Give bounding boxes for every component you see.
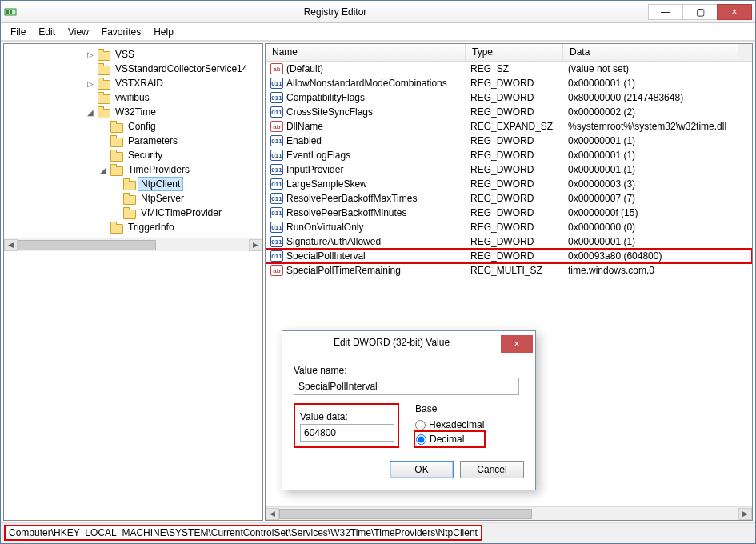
tree-label: vwifibus bbox=[113, 91, 152, 104]
folder-icon bbox=[97, 92, 110, 103]
folder-icon bbox=[110, 222, 122, 233]
list-row[interactable]: 011ResolvePeerBackoffMaxTimesREG_DWORD0x… bbox=[266, 191, 752, 206]
tree-expander-icon[interactable] bbox=[111, 208, 121, 218]
col-header-name[interactable]: Name bbox=[266, 44, 466, 61]
list-row[interactable]: 011AllowNonstandardModeCombinationsREG_D… bbox=[266, 76, 752, 90]
value-name-label: Value name: bbox=[294, 365, 524, 376]
cell-type: REG_DWORD bbox=[466, 91, 563, 104]
scroll-left-icon[interactable]: ◀ bbox=[4, 239, 18, 251]
tree-expander-icon[interactable] bbox=[86, 64, 95, 74]
value-name: EventLogFlags bbox=[286, 150, 350, 161]
tree-expander-icon[interactable] bbox=[111, 179, 121, 189]
cancel-button[interactable]: Cancel bbox=[460, 461, 524, 478]
window-title: Registry Editor bbox=[22, 6, 649, 18]
list-body[interactable]: ab(Default)REG_SZ(value not set)011Allow… bbox=[266, 62, 752, 506]
tree-hscrollbar[interactable]: ◀ ▶ bbox=[4, 238, 262, 251]
tree-node[interactable]: vwifibus bbox=[6, 90, 262, 105]
close-button[interactable]: × bbox=[717, 4, 752, 20]
cell-data: 0x00000001 (1) bbox=[563, 235, 752, 248]
list-hscrollbar[interactable]: ◀ ▶ bbox=[266, 506, 752, 520]
reg-binary-icon: 011 bbox=[270, 222, 283, 233]
list-row[interactable]: 011CompatibilityFlagsREG_DWORD0x80000000… bbox=[266, 90, 752, 105]
svg-rect-2 bbox=[10, 10, 12, 14]
tree-node[interactable]: ◢W32Time bbox=[6, 105, 262, 119]
list-row[interactable]: 011SpecialPollIntervalREG_DWORD0x00093a8… bbox=[266, 249, 752, 263]
dialog-close-button[interactable]: × bbox=[501, 335, 533, 353]
radio-hexadecimal[interactable]: Hexadecimal bbox=[415, 418, 484, 432]
menu-edit[interactable]: Edit bbox=[32, 25, 62, 39]
cell-type: REG_DWORD bbox=[466, 206, 563, 219]
tree-node[interactable]: ◢TimeProviders bbox=[6, 162, 262, 177]
tree-node[interactable]: ▷VSTXRAID bbox=[6, 76, 262, 90]
scroll-right-icon[interactable]: ▶ bbox=[738, 508, 752, 520]
cell-name: 011Enabled bbox=[266, 134, 466, 147]
tree-pane[interactable]: ▷VSSVSStandardCollectorService14▷VSTXRAI… bbox=[3, 43, 263, 521]
value-name: (Default) bbox=[286, 63, 323, 74]
list-row[interactable]: 011CrossSiteSyncFlagsREG_DWORD0x00000002… bbox=[266, 105, 752, 119]
tree-expander-icon[interactable] bbox=[98, 150, 108, 160]
scroll-track[interactable] bbox=[279, 508, 738, 520]
tree-label: Config bbox=[126, 120, 158, 133]
radio-decimal[interactable]: Decimal bbox=[415, 432, 484, 446]
tree-expander-icon[interactable]: ◢ bbox=[86, 107, 95, 117]
tree-node[interactable]: ▷VSS bbox=[6, 47, 262, 62]
scroll-left-icon[interactable]: ◀ bbox=[266, 508, 279, 520]
tree-expander-icon[interactable] bbox=[98, 122, 108, 131]
tree-expander-icon[interactable] bbox=[86, 93, 95, 102]
tree-expander-icon[interactable]: ◢ bbox=[98, 165, 108, 174]
close-icon: × bbox=[514, 338, 519, 350]
cell-name: 011InputProvider bbox=[266, 163, 466, 176]
menu-help[interactable]: Help bbox=[147, 25, 180, 39]
tree-node[interactable]: Parameters bbox=[6, 134, 262, 148]
tree-node[interactable]: Security bbox=[6, 148, 262, 162]
radio-hex-input[interactable] bbox=[415, 420, 426, 430]
list-row[interactable]: 011EventLogFlagsREG_DWORD0x00000001 (1) bbox=[266, 148, 752, 162]
menu-view[interactable]: View bbox=[62, 25, 95, 39]
cell-data: 0x00000000 (0) bbox=[563, 221, 752, 234]
tree-node[interactable]: TriggerInfo bbox=[6, 220, 262, 234]
tree-expander-icon[interactable]: ▷ bbox=[86, 78, 95, 88]
radio-dec-input[interactable] bbox=[416, 434, 426, 445]
tree-node[interactable]: VMICTimeProvider bbox=[6, 206, 262, 220]
scroll-right-icon[interactable]: ▶ bbox=[249, 239, 262, 251]
value-name: DllName bbox=[286, 121, 323, 132]
maximize-button[interactable]: ▢ bbox=[682, 4, 718, 20]
list-row[interactable]: abSpecialPollTimeRemainingREG_MULTI_SZti… bbox=[266, 263, 752, 278]
list-row[interactable]: 011LargeSampleSkewREG_DWORD0x00000003 (3… bbox=[266, 177, 752, 191]
svg-rect-1 bbox=[6, 10, 9, 14]
tree-node[interactable]: NtpServer bbox=[6, 191, 262, 206]
value-data-input[interactable] bbox=[300, 424, 394, 442]
cell-type: REG_DWORD bbox=[466, 77, 563, 90]
list-row[interactable]: 011InputProviderREG_DWORD0x00000001 (1) bbox=[266, 162, 752, 177]
reg-binary-icon: 011 bbox=[270, 78, 283, 89]
list-row[interactable]: ab(Default)REG_SZ(value not set) bbox=[266, 62, 752, 76]
tree-expander-icon[interactable] bbox=[111, 194, 121, 203]
scroll-track[interactable] bbox=[18, 239, 249, 251]
tree-node[interactable]: NtpClient bbox=[6, 177, 262, 191]
scroll-thumb[interactable] bbox=[279, 509, 532, 519]
tree-node[interactable]: VSStandardCollectorService14 bbox=[6, 62, 262, 76]
list-row[interactable]: 011ResolvePeerBackoffMinutesREG_DWORD0x0… bbox=[266, 206, 752, 220]
col-header-data[interactable]: Data bbox=[563, 44, 738, 61]
list-row[interactable]: 011EnabledREG_DWORD0x00000001 (1) bbox=[266, 134, 752, 148]
menu-file[interactable]: File bbox=[4, 25, 32, 39]
list-row[interactable]: 011RunOnVirtualOnlyREG_DWORD0x00000000 (… bbox=[266, 220, 752, 234]
minimize-button[interactable]: — bbox=[648, 4, 683, 20]
cell-data: 0x00000002 (2) bbox=[563, 106, 752, 118]
list-row[interactable]: 011SignatureAuthAllowedREG_DWORD0x000000… bbox=[266, 234, 752, 249]
tree-expander-icon[interactable]: ▷ bbox=[86, 50, 95, 59]
menu-favorites[interactable]: Favorites bbox=[95, 25, 147, 39]
list-vscroll-top bbox=[738, 44, 752, 61]
col-header-type[interactable]: Type bbox=[466, 44, 563, 61]
folder-icon bbox=[122, 178, 135, 190]
ok-button[interactable]: OK bbox=[390, 461, 454, 478]
value-name: CompatibilityFlags bbox=[286, 92, 365, 103]
tree-expander-icon[interactable] bbox=[98, 222, 108, 232]
tree-expander-icon[interactable] bbox=[98, 136, 108, 146]
value-name-field[interactable]: SpecialPollInterval bbox=[294, 378, 519, 395]
scroll-thumb[interactable] bbox=[18, 240, 156, 250]
tree-label: Parameters bbox=[126, 134, 180, 147]
cell-name: 011SignatureAuthAllowed bbox=[266, 235, 466, 248]
list-row[interactable]: abDllNameREG_EXPAND_SZ%systemroot%\syste… bbox=[266, 119, 752, 134]
tree-node[interactable]: Config bbox=[6, 119, 262, 134]
